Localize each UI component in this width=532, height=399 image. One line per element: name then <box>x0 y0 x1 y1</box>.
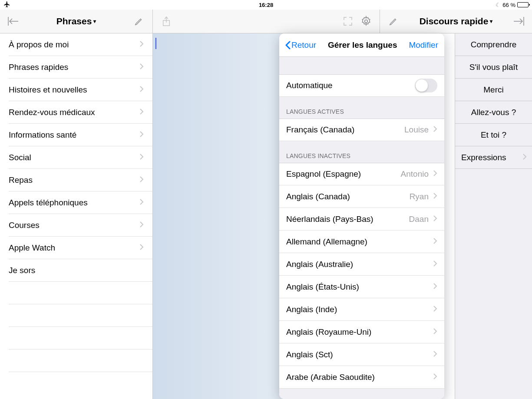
edit-pencil-left-icon[interactable] <box>132 15 145 28</box>
chevron-right-icon <box>433 125 437 135</box>
sidebar-item[interactable]: Repas <box>9 169 152 191</box>
language-name: Anglais (Canada) <box>286 192 410 201</box>
inactive-section-header: LANGUES INACTIVES <box>279 141 444 163</box>
battery-icon <box>517 2 529 7</box>
toolbar-left-panel: Phrases ▾ <box>0 10 153 33</box>
language-row[interactable]: Néerlandais (Pays-Bas)Daan <box>279 208 444 231</box>
collapse-left-icon[interactable] <box>7 15 20 28</box>
chevron-right-icon <box>433 327 437 337</box>
automatic-label: Automatique <box>286 81 415 90</box>
sidebar-item-label: Apple Watch <box>9 243 55 253</box>
voice-name: Daan <box>409 214 429 224</box>
language-name: Anglais (Australie) <box>286 260 433 269</box>
language-row[interactable]: Français (Canada)Louise <box>279 119 444 141</box>
left-title-label: Phrases <box>56 16 92 26</box>
sidebar-item[interactable]: Histoires et nouvelles <box>9 79 152 101</box>
sidebar-item[interactable]: Je sors <box>9 259 152 282</box>
language-row[interactable]: Anglais (Sct) <box>279 343 444 366</box>
caret-down-icon: ▾ <box>93 18 96 24</box>
language-name: Anglais (Inde) <box>286 305 433 314</box>
language-row[interactable]: Anglais (Inde) <box>279 298 444 321</box>
voice-name: Antonio <box>401 169 429 179</box>
language-row[interactable]: Anglais (Royaume-Uni) <box>279 321 444 343</box>
chevron-right-icon <box>433 305 437 314</box>
empty-row <box>9 282 152 304</box>
chevron-right-icon <box>433 192 437 201</box>
sidebar-item[interactable]: Informations santé <box>9 124 152 146</box>
chevron-right-icon <box>433 373 437 382</box>
airplane-mode-icon <box>3 1 10 9</box>
left-title-dropdown[interactable]: Phrases ▾ <box>56 16 96 26</box>
chevron-right-icon <box>139 107 144 117</box>
quick-phrase-row[interactable]: Merci <box>455 79 532 101</box>
status-time: 16:28 <box>259 2 273 8</box>
quick-phrase-label: Allez-vous ? <box>471 108 516 117</box>
language-row[interactable]: Anglais (États-Unis) <box>279 276 444 298</box>
sidebar-item-label: Social <box>9 153 31 162</box>
popover-body[interactable]: Automatique LANGUES ACTIVES Français (Ca… <box>279 57 444 399</box>
language-name: Français (Canada) <box>286 125 404 135</box>
quick-phrase-label: Comprendre <box>471 40 517 49</box>
sidebar-item-label: Histoires et nouvelles <box>9 85 87 95</box>
sidebar-item[interactable]: Rendez-vous médicaux <box>9 101 152 124</box>
language-name: Espagnol (Espagne) <box>286 169 401 179</box>
right-title-dropdown[interactable]: Discours rapide ▾ <box>420 16 493 26</box>
language-row[interactable]: Anglais (Australie) <box>279 253 444 276</box>
automatic-row[interactable]: Automatique <box>279 74 444 97</box>
sidebar-item-label: Repas <box>9 175 33 185</box>
edit-button[interactable]: Modifier <box>409 40 438 50</box>
svg-point-4 <box>365 20 368 23</box>
status-bar: 16:28 ☾ 66 % <box>0 0 532 10</box>
right-title-label: Discours rapide <box>420 16 489 26</box>
language-row[interactable]: Anglais (Canada)Ryan <box>279 185 444 208</box>
chevron-right-icon <box>139 198 144 208</box>
sidebar-item[interactable]: Appels téléphoniques <box>9 191 152 214</box>
edit-pencil-right-icon[interactable] <box>387 15 400 28</box>
empty-row <box>9 350 152 372</box>
expand-icon[interactable] <box>341 15 354 28</box>
chevron-right-icon <box>139 220 144 230</box>
battery-percent: 66 % <box>502 2 515 8</box>
sidebar-item[interactable]: Social <box>9 146 152 169</box>
quick-phrase-row[interactable]: S'il vous plaît <box>455 56 532 79</box>
language-name: Anglais (Royaume-Uni) <box>286 327 433 337</box>
language-row[interactable]: Arabe (Arabie Saoudite) <box>279 366 444 389</box>
expressions-row[interactable]: Expressions <box>455 146 532 169</box>
back-label: Retour <box>291 40 316 50</box>
chevron-right-icon <box>433 260 437 269</box>
moon-icon: ☾ <box>496 2 501 8</box>
quick-phrase-row[interactable]: Et toi ? <box>455 124 532 146</box>
languages-popover: Retour Gérer les langues Modifier Automa… <box>279 33 444 399</box>
language-name: Anglais (États-Unis) <box>286 282 433 292</box>
chevron-right-icon <box>139 243 144 253</box>
toolbar-right-panel: Discours rapide ▾ <box>380 10 532 33</box>
chevron-right-icon <box>433 282 437 292</box>
chevron-right-icon <box>139 85 144 95</box>
gear-icon[interactable] <box>360 15 373 28</box>
quick-phrase-label: Merci <box>483 85 503 95</box>
automatic-switch[interactable] <box>415 79 437 92</box>
popover-title: Gérer les langues <box>328 40 397 50</box>
sidebar-item-label: Je sors <box>9 266 35 275</box>
chevron-right-icon <box>139 175 144 185</box>
sidebar-item[interactable]: À propos de moi <box>9 33 152 56</box>
quick-phrase-label: Et toi ? <box>481 130 506 140</box>
language-name: Néerlandais (Pays-Bas) <box>286 214 409 224</box>
language-name: Anglais (Sct) <box>286 350 433 359</box>
sidebar-item[interactable]: Apple Watch <box>9 237 152 259</box>
collapse-right-icon[interactable] <box>512 15 525 28</box>
quick-phrase-label: S'il vous plaît <box>469 63 518 72</box>
language-row[interactable]: Espagnol (Espagne)Antonio <box>279 163 444 185</box>
voice-name: Ryan <box>410 192 429 201</box>
chevron-right-icon <box>433 169 437 179</box>
share-icon[interactable] <box>160 15 173 28</box>
sidebar-item[interactable]: Phrases rapides <box>9 56 152 79</box>
quick-phrase-row[interactable]: Allez-vous ? <box>455 101 532 124</box>
quick-phrase-row[interactable]: Comprendre <box>455 33 532 56</box>
sidebar-item-label: Informations santé <box>9 130 76 140</box>
language-row[interactable]: Allemand (Allemagne) <box>279 231 444 253</box>
back-button[interactable]: Retour <box>285 40 316 50</box>
chevron-right-icon <box>433 214 437 224</box>
chevron-right-icon <box>139 62 144 72</box>
sidebar-item[interactable]: Courses <box>9 214 152 237</box>
